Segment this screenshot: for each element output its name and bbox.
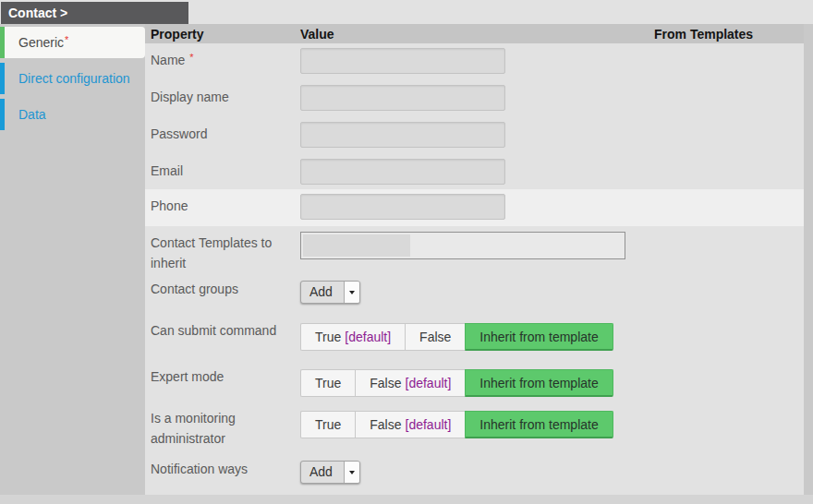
property-table: Property Value From Templates Name * Dis… <box>145 24 804 495</box>
tab-generic[interactable]: Generic* <box>0 27 145 58</box>
phone-input[interactable] <box>300 194 505 220</box>
property-label: Display name <box>145 80 300 117</box>
property-label: Contact groups <box>145 272 300 314</box>
bottom-strip <box>0 495 813 504</box>
right-strip <box>804 24 813 495</box>
property-label: Is a monitoring administrator <box>145 402 300 452</box>
property-value-cell <box>300 80 804 117</box>
table-row-expert-mode: Expert mode TrueFalse[default]Inherit fr… <box>145 360 804 402</box>
table-row-name: Name * <box>145 43 804 80</box>
option-false[interactable]: False[default] <box>355 369 465 397</box>
contact-edit-page: Contact > Generic* Direct configuration … <box>0 0 813 504</box>
tab-indicator <box>0 99 5 130</box>
email-input[interactable] <box>300 159 505 185</box>
is-a-monitoring-administrator-button-group: TrueFalse[default]Inherit from template <box>300 411 613 438</box>
required-asterisk: * <box>65 34 68 45</box>
table-row-notification-ways: Notification ways Add <box>145 452 804 495</box>
property-value-cell: True[default]FalseInherit from template <box>300 314 804 360</box>
column-header-from-templates: From Templates <box>654 27 804 42</box>
option-true[interactable]: True[default] <box>300 323 405 351</box>
tab-indicator <box>0 63 5 94</box>
table-row-is-a-monitoring-administrator: Is a monitoring administrator TrueFalse[… <box>145 402 804 452</box>
column-header-property: Property <box>145 27 300 42</box>
tab-data-label: Data <box>0 107 46 122</box>
option-inherit-from-template[interactable]: Inherit from template <box>465 411 613 438</box>
option-true[interactable]: True <box>300 369 355 397</box>
active-tab-indicator <box>0 27 5 58</box>
tab-direct-configuration-label: Direct configuration <box>0 71 130 86</box>
property-value-cell <box>300 226 804 273</box>
name-input[interactable] <box>300 48 505 74</box>
table-row-can-submit-command: Can submit command True[default]FalseInh… <box>145 314 804 360</box>
contact-groups-add-dropdown[interactable]: Add <box>300 281 360 304</box>
tab-data[interactable]: Data <box>0 99 145 130</box>
default-marker: [default] <box>345 330 391 344</box>
property-label: Password <box>145 117 300 154</box>
property-label: Can submit command <box>145 314 300 360</box>
property-label: Notification ways <box>145 452 300 495</box>
password-input[interactable] <box>300 122 505 148</box>
property-value-cell: TrueFalse[default]Inherit from template <box>300 360 804 402</box>
option-inherit-from-template[interactable]: Inherit from template <box>465 323 613 351</box>
table-header: Property Value From Templates <box>145 24 804 43</box>
page-title: Contact > <box>8 6 67 20</box>
tab-direct-configuration[interactable]: Direct configuration <box>0 63 145 94</box>
default-marker: [default] <box>406 376 452 390</box>
expert-mode-button-group: TrueFalse[default]Inherit from template <box>300 369 613 397</box>
option-false[interactable]: False[default] <box>355 411 465 438</box>
chevron-down-icon <box>349 291 355 294</box>
chevron-down-icon <box>349 471 355 474</box>
table-row-phone: Phone <box>145 189 804 226</box>
property-value-cell <box>300 154 804 189</box>
property-value-cell <box>300 189 804 226</box>
option-true[interactable]: True <box>300 411 355 438</box>
property-value-cell <box>300 43 804 80</box>
option-false[interactable]: False <box>405 323 465 351</box>
property-label: Name * <box>145 43 300 80</box>
property-label: Phone <box>145 189 300 226</box>
dropdown-selected-value: Add <box>301 282 344 303</box>
dropdown-arrow-icon <box>344 462 359 483</box>
display-name-input[interactable] <box>300 85 505 111</box>
property-value-cell <box>300 117 804 154</box>
option-inherit-from-template[interactable]: Inherit from template <box>465 369 613 397</box>
property-label: Contact Templates to inherit <box>145 226 300 273</box>
property-value-cell: Add <box>300 452 804 495</box>
table-row-display-name: Display name <box>145 80 804 117</box>
contact-templates-to-inherit-multiselect[interactable] <box>300 232 625 259</box>
breadcrumb: Contact > <box>1 2 188 24</box>
property-table-rows: Name * Display name Password Email Phone… <box>145 43 804 495</box>
property-value-cell: TrueFalse[default]Inherit from template <box>300 402 804 452</box>
table-row-email: Email <box>145 154 804 189</box>
table-row-contact-groups: Contact groups Add <box>145 272 804 314</box>
property-label: Email <box>145 154 300 189</box>
property-value-cell: Add <box>300 272 804 314</box>
sidebar: Generic* Direct configuration Data <box>0 24 145 495</box>
multiselect-input[interactable] <box>303 234 410 257</box>
property-label: Expert mode <box>145 360 300 402</box>
table-row-contact-templates-to-inherit: Contact Templates to inherit <box>145 226 804 272</box>
table-row-password: Password <box>145 117 804 154</box>
default-marker: [default] <box>406 417 452 432</box>
column-header-value: Value <box>300 27 654 42</box>
can-submit-command-button-group: True[default]FalseInherit from template <box>300 323 613 351</box>
tab-generic-label: Generic <box>18 35 64 50</box>
dropdown-selected-value: Add <box>301 462 344 483</box>
dropdown-arrow-icon <box>344 282 359 303</box>
required-asterisk: * <box>189 52 193 63</box>
notification-ways-add-dropdown[interactable]: Add <box>300 461 360 484</box>
